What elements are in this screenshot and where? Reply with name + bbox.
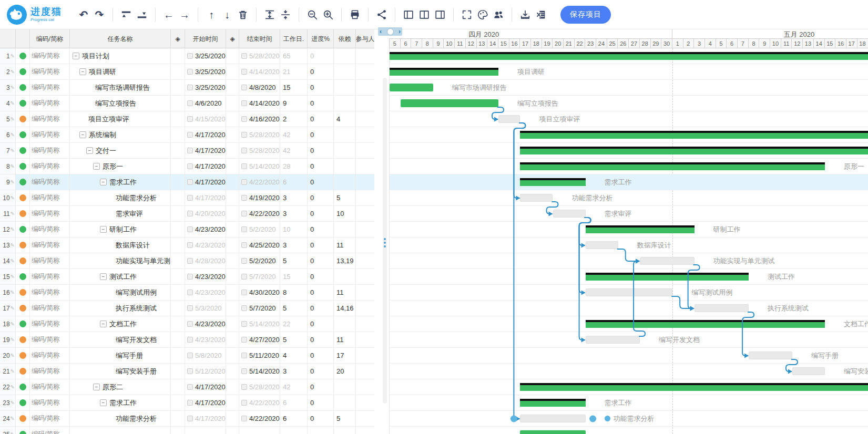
task-code-cell[interactable]: 编码/简称 [30,80,70,95]
end-date-cell[interactable]: 5/7/2020 [239,269,280,284]
members-cell[interactable] [356,395,374,410]
task-name-cell[interactable]: −系统编制 [70,127,171,142]
start-constraint-cell[interactable] [171,206,185,221]
header-start-date[interactable]: 开始时间 [185,29,226,48]
end-constraint-cell[interactable] [226,316,239,332]
end-constraint-cell[interactable] [226,269,239,284]
workdays-cell[interactable]: 3 [280,364,308,379]
gantt-bar-summary[interactable] [520,383,868,391]
end-constraint-cell[interactable] [226,348,239,363]
task-name-cell[interactable]: −文档工作 [70,316,171,332]
day-cell[interactable]: 26 [617,39,628,48]
edit-pencil-icon[interactable]: ✎ [11,148,15,153]
date-checkbox[interactable] [187,148,193,153]
day-cell[interactable]: 6 [726,39,737,48]
gantt-bar-pending[interactable] [520,194,553,202]
header-end-constraint-icon[interactable]: ◈ [226,29,239,48]
workdays-cell[interactable]: 21 [280,64,308,79]
date-checkbox[interactable] [187,384,193,390]
task-name-cell[interactable]: 编写市场调研报告 [70,80,171,95]
start-date-cell[interactable]: 4/17/2020 [185,159,226,174]
task-name-cell[interactable]: 功能需求分析 [70,190,171,205]
start-date-cell[interactable]: 5/8/2020 [185,348,226,363]
edit-pencil-icon[interactable]: ✎ [11,274,15,280]
status-dot-cell[interactable] [16,269,30,284]
task-code-cell[interactable]: 编码/简称 [30,96,70,111]
status-dot[interactable] [19,321,26,327]
members-cell[interactable] [356,332,374,347]
date-checkbox[interactable] [187,226,193,232]
end-date-cell[interactable]: 5/28/2020 [239,48,280,64]
task-name-cell[interactable]: 项目立项审评 [70,111,171,127]
workdays-cell[interactable]: 6 [280,411,308,426]
dependency-cell[interactable]: 17 [334,348,356,363]
workdays-cell[interactable]: 10 [280,222,308,237]
members-cell[interactable] [356,48,374,64]
members-cell[interactable] [356,190,374,205]
table-row[interactable]: 15✎编码/简称−测试工作4/23/20205/7/2020150 [0,269,374,285]
end-constraint-cell[interactable] [226,143,239,158]
task-code-cell[interactable]: 编码/简称 [30,285,70,300]
workdays-cell[interactable]: 15 [280,80,308,95]
end-date-cell[interactable] [239,427,280,434]
gantt-bar-summary[interactable] [586,225,695,233]
members-cell[interactable] [356,237,374,253]
start-constraint-cell[interactable] [171,285,185,300]
status-dot-cell[interactable] [16,111,30,127]
date-checkbox[interactable] [187,337,193,343]
end-constraint-cell[interactable] [226,379,239,395]
task-name-cell[interactable]: −需求工作 [70,174,171,190]
table-row[interactable]: 19✎编码/简称编写开发文档4/23/20204/27/20205011 [0,332,374,348]
edit-pencil-icon[interactable]: ✎ [11,321,15,327]
table-row[interactable]: 17✎编码/简称执行系统测试5/3/20205/7/20205014,16 [0,301,374,316]
task-name-cell[interactable]: 数据库设计 [70,237,171,253]
table-row[interactable]: 8✎编码/简称−原形一4/17/20205/14/2020280 [0,159,374,174]
date-checkbox[interactable] [241,337,247,343]
progress-cell[interactable] [308,427,334,434]
gantt-bar-summary[interactable] [520,147,868,154]
dependency-cell[interactable] [334,127,356,142]
arrow-right-icon[interactable]: → [177,7,192,23]
start-date-cell[interactable]: 4/17/2020 [185,411,226,426]
status-dot-cell[interactable] [16,427,30,434]
move-up-icon[interactable]: ↑ [203,7,219,23]
date-checkbox[interactable] [187,353,193,358]
end-date-cell[interactable]: 5/28/2020 [239,143,280,158]
end-date-cell[interactable]: 4/25/2020 [239,237,280,253]
progress-cell[interactable]: 0 [308,237,334,253]
start-date-cell[interactable]: 4/23/2020 [185,285,226,300]
start-constraint-cell[interactable] [171,316,185,332]
members-cell[interactable] [356,206,374,221]
date-checkbox[interactable] [241,274,247,280]
start-date-cell[interactable]: 4/17/2020 [185,127,226,142]
collapse-toggle-icon[interactable]: − [100,226,107,233]
workdays-cell[interactable]: 15 [280,269,308,284]
end-constraint-cell[interactable] [226,427,239,434]
day-cell[interactable]: 5 [389,39,400,48]
date-checkbox[interactable] [241,53,247,59]
end-constraint-cell[interactable] [226,96,239,111]
progress-cell[interactable]: 0 [308,332,334,347]
day-cell[interactable]: 17 [846,39,857,48]
task-name-cell[interactable]: 功能实现与单元测试 [70,253,171,268]
task-name-cell[interactable]: −需求工作 [70,395,171,410]
progress-cell[interactable]: 0 [308,348,334,363]
end-date-cell[interactable]: 4/27/2020 [239,332,280,347]
date-checkbox[interactable] [187,290,193,295]
start-date-cell[interactable]: 4/17/2020 [185,174,226,190]
status-dot[interactable] [19,368,26,375]
date-checkbox[interactable] [241,195,247,201]
status-dot[interactable] [19,289,26,296]
table-row[interactable]: 7✎编码/简称−交付一4/17/20205/28/2020420 [0,143,374,159]
delete-icon[interactable] [235,7,251,23]
status-dot-cell[interactable] [16,127,30,142]
end-constraint-cell[interactable] [226,174,239,190]
dependency-cell[interactable] [334,96,356,111]
date-checkbox[interactable] [187,195,193,201]
table-row[interactable]: 11✎编码/简称需求审评4/20/20204/22/20203010 [0,206,374,222]
dependency-cell[interactable]: 10 [334,206,356,221]
task-code-cell[interactable]: 编码/简称 [30,222,70,237]
start-date-cell[interactable]: 4/23/2020 [185,222,226,237]
task-name-cell[interactable]: −项目计划 [70,48,171,64]
status-dot[interactable] [19,147,26,154]
